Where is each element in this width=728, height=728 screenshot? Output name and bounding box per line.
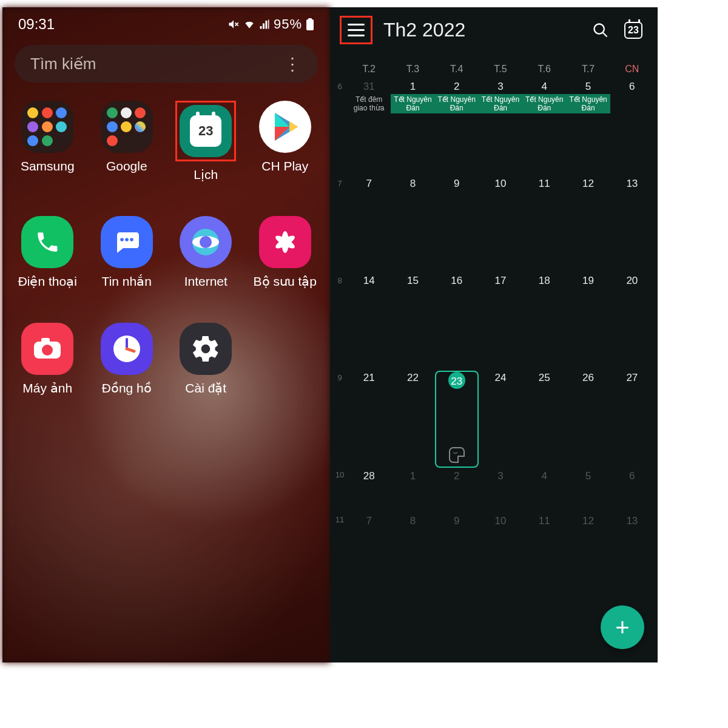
calendar-cell[interactable]: 27: [610, 371, 654, 468]
calendar-cell[interactable]: 7: [347, 177, 391, 274]
svg-rect-0: [306, 19, 314, 30]
menu-button[interactable]: [342, 18, 371, 42]
event-chip[interactable]: Tết Nguyên Đán: [435, 94, 479, 113]
app-label: Tin nhắn: [102, 274, 152, 289]
calendar-icon-day: 23: [190, 115, 221, 147]
calendar-cell[interactable]: 2: [435, 468, 479, 513]
calendar-cell[interactable]: 3: [479, 468, 522, 513]
calendar-title[interactable]: Th2 2022: [383, 19, 579, 41]
calendar-cell[interactable]: 4Tết Nguyên Đán: [522, 79, 566, 177]
event-chip[interactable]: Tết Nguyên Đán: [566, 94, 610, 113]
weekday: CN: [610, 64, 654, 75]
event-chip[interactable]: Tết Nguyên Đán: [479, 94, 522, 113]
camera-icon: [21, 323, 73, 375]
calendar-cell[interactable]: 6: [610, 79, 654, 177]
calendar-cell[interactable]: 10: [479, 513, 522, 558]
svg-point-8: [130, 238, 133, 241]
calendar-cell[interactable]: 5Tết Nguyên Đán: [566, 79, 610, 177]
calendar-cell[interactable]: 12: [566, 513, 610, 558]
day-number: 1: [391, 469, 434, 482]
svg-marker-5: [289, 121, 298, 132]
calendar-cell[interactable]: 11: [522, 513, 566, 558]
calendar-cell[interactable]: 22: [391, 371, 434, 468]
event-chip[interactable]: Tết Nguyên Đán: [391, 94, 434, 113]
day-number: 22: [391, 371, 434, 384]
day-number: 3: [479, 79, 522, 93]
more-icon[interactable]: ⋮: [284, 54, 302, 74]
calendar-cell[interactable]: 14: [347, 274, 391, 371]
calendar-cell[interactable]: 1: [391, 468, 434, 513]
day-number: 6: [610, 469, 654, 482]
day-number: 5: [566, 79, 610, 93]
app-samsung-folder[interactable]: Samsung: [11, 101, 84, 182]
calendar-cell[interactable]: 26: [566, 371, 610, 468]
app-play-store[interactable]: CH Play: [249, 101, 322, 182]
calendar-cell[interactable]: 25: [522, 371, 566, 468]
calendar-cell[interactable]: 13: [610, 177, 654, 274]
calendar-cell[interactable]: 31Tết đêm giao thừa: [347, 79, 391, 177]
calendar-cell[interactable]: 4: [522, 468, 566, 513]
day-number: 3: [479, 469, 522, 482]
day-number: 2: [435, 469, 479, 482]
app-label: Lịch: [194, 167, 218, 182]
calendar-cell[interactable]: 21: [347, 371, 391, 468]
app-settings[interactable]: Cài đặt: [169, 323, 243, 396]
calendar-cell[interactable]: 18: [522, 274, 566, 371]
folder-icon: [21, 101, 73, 153]
app-internet[interactable]: Internet: [169, 216, 243, 289]
today-icon[interactable]: 23: [622, 19, 644, 41]
day-number: 28: [347, 469, 391, 482]
app-calendar[interactable]: 23 Lịch: [169, 101, 243, 182]
app-label: Đồng hồ: [102, 381, 152, 396]
calendar-cell[interactable]: 16: [435, 274, 479, 371]
app-phone[interactable]: Điện thoại: [11, 216, 84, 289]
day-number: 9: [435, 177, 479, 190]
battery-text: 95%: [274, 16, 302, 32]
event-chip[interactable]: Tết Nguyên Đán: [522, 94, 566, 113]
search-icon[interactable]: [590, 19, 612, 41]
calendar-cell[interactable]: 9: [435, 513, 479, 558]
calendar-cell[interactable]: 12: [566, 177, 610, 274]
calendar-cell[interactable]: 17: [479, 274, 522, 371]
calendar-cell[interactable]: 8: [391, 513, 434, 558]
day-number: 13: [610, 177, 654, 190]
calendar-cell[interactable]: 5: [566, 468, 610, 513]
calendar-cell[interactable]: 11: [522, 177, 566, 274]
status-icons: 95%: [228, 16, 314, 32]
calendar-cell[interactable]: 20: [610, 274, 654, 371]
calendar-cell[interactable]: 3Tết Nguyên Đán: [479, 79, 522, 177]
svg-point-20: [595, 24, 604, 33]
calendar-cell[interactable]: 10: [479, 177, 522, 274]
app-google-folder[interactable]: Google: [90, 101, 164, 182]
calendar-cell[interactable]: 9: [435, 177, 479, 274]
app-clock[interactable]: Đồng hồ: [90, 323, 164, 396]
add-event-fab[interactable]: +: [601, 605, 644, 649]
app-label: Samsung: [21, 159, 75, 174]
day-number: 11: [522, 177, 566, 190]
app-label: Bộ sưu tập: [254, 274, 317, 289]
day-number: 10: [479, 514, 522, 527]
day-number: 21: [347, 371, 391, 384]
calendar-cell[interactable]: 15: [391, 274, 434, 371]
calendar-cell[interactable]: 1Tết Nguyên Đán: [391, 79, 434, 177]
event-chip[interactable]: Tết đêm giao thừa: [347, 94, 391, 113]
day-number: 18: [522, 274, 566, 287]
day-number: 12: [566, 514, 610, 527]
app-label: CH Play: [261, 159, 308, 174]
calendar-app: Th2 2022 23 T.2 T.3 T.4 T.5 T.6 T.7 CN 6…: [330, 7, 658, 662]
calendar-cell[interactable]: 6: [610, 468, 654, 513]
calendar-cell[interactable]: 19: [566, 274, 610, 371]
app-gallery[interactable]: Bộ sưu tập: [249, 216, 322, 289]
app-camera[interactable]: Máy ảnh: [11, 323, 84, 396]
app-messages[interactable]: Tin nhắn: [90, 216, 164, 289]
calendar-cell[interactable]: 13: [610, 513, 654, 558]
calendar-cell[interactable]: 24: [479, 371, 522, 468]
calendar-cell[interactable]: 28: [347, 468, 391, 513]
calendar-icon: 23: [180, 105, 232, 157]
weekday: T.5: [479, 64, 522, 75]
calendar-cell[interactable]: 7: [347, 513, 391, 558]
search-bar[interactable]: Tìm kiếm ⋮: [15, 45, 318, 83]
calendar-cell[interactable]: 23: [435, 371, 479, 468]
calendar-cell[interactable]: 8: [391, 177, 434, 274]
calendar-cell[interactable]: 2Tết Nguyên Đán: [435, 79, 479, 177]
